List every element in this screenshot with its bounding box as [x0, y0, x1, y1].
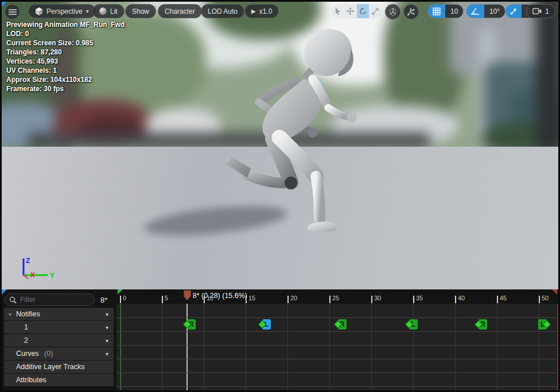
stat-line: Triangles: 87,280 — [6, 48, 125, 57]
ruler-tick — [539, 296, 540, 303]
grid-vline — [413, 304, 414, 390]
track-options-caret-icon[interactable]: ▾ — [106, 338, 108, 344]
grid-vline — [204, 304, 204, 390]
rotate-tool-button[interactable] — [357, 4, 370, 18]
playback-speed-button[interactable]: ▶ x1.0 — [244, 4, 279, 18]
playback-speed-label: x1.0 — [259, 7, 273, 15]
camera-speed-value: 1 — [545, 7, 549, 15]
track-count: (0) — [44, 350, 53, 358]
ruler-tick-label: 0 — [123, 295, 126, 301]
rotation-snap-value[interactable]: 10° — [484, 5, 505, 18]
grid-hline — [116, 345, 558, 346]
notify-marker-l[interactable]: L — [259, 319, 271, 330]
viewport-menu-button[interactable] — [5, 4, 20, 19]
track-list: 8* ▾Notifies▾▾1▾▾2▾▾Curves (0)▾▾Additive… — [2, 289, 115, 390]
track-row-curves[interactable]: ▾Curves (0)▾ — [4, 347, 114, 360]
translate-tool-button[interactable] — [344, 4, 357, 18]
track-row-additive-layer-tracks[interactable]: ▾Additive Layer Tracks — [4, 360, 114, 373]
stat-line: UV Channels: 1 — [6, 66, 125, 75]
character-menu-button[interactable]: Character — [158, 4, 202, 18]
ruler-tick-label: 30 — [374, 295, 381, 301]
timeline-panel: 8* ▾Notifies▾▾1▾▾2▾▾Curves (0)▾▾Additive… — [2, 289, 558, 390]
track-options-caret-icon[interactable]: ▾ — [106, 351, 108, 357]
track-options-caret-icon[interactable]: ▾ — [106, 324, 108, 331]
stat-line: Vertices: 45,993 — [6, 57, 125, 66]
ruler-tick — [371, 296, 372, 303]
preview-character[interactable] — [215, 24, 364, 239]
stat-line: Previewing Animation MF_Run_Fwd — [6, 20, 125, 29]
scale-tool-button[interactable] — [369, 4, 382, 18]
show-menu-button[interactable]: Show — [125, 4, 156, 18]
lod-label: LOD Auto — [208, 7, 238, 15]
notify-marker-r[interactable]: R — [184, 319, 196, 330]
ruler-tick-label: 40 — [458, 295, 465, 301]
scale-snap-toggle[interactable] — [505, 5, 522, 18]
grid-snap-control[interactable]: 10 — [427, 4, 464, 18]
track-row-2[interactable]: ▾2▾ — [4, 334, 114, 347]
axis-gizmo: Z Y X — [19, 256, 59, 279]
grid-vline — [539, 304, 539, 390]
grid-hline — [116, 373, 558, 373]
transform-tools-group — [332, 4, 382, 18]
grid-snap-toggle[interactable] — [428, 5, 445, 18]
grid-vline — [329, 304, 330, 390]
ruler-tick-label: 20 — [290, 295, 297, 301]
perspective-button[interactable]: Perspective ▾ — [28, 4, 96, 18]
grid-hline — [116, 317, 558, 318]
surface-snapping-button[interactable] — [403, 4, 419, 19]
track-row-attributes[interactable]: ▾Attributes — [4, 374, 114, 386]
notify-marker-l[interactable]: L — [406, 319, 418, 330]
ruler-tick-label: 35 — [416, 295, 423, 301]
grid-hline — [116, 331, 558, 332]
camera-speed-control[interactable]: 1 — [526, 4, 555, 18]
notify-marker-l[interactable]: L — [538, 319, 550, 330]
playhead-line[interactable] — [186, 304, 188, 390]
stat-line: LOD: 0 — [6, 29, 125, 38]
ruler-tick-label: 15 — [248, 295, 255, 301]
notify-marker-r[interactable]: R — [335, 319, 347, 330]
grid-vline — [120, 304, 120, 390]
lod-auto-button[interactable]: LOD Auto — [201, 4, 244, 18]
track-options-caret-icon[interactable]: ▾ — [106, 311, 108, 317]
timeline-area[interactable]: 05101520253035404550 RLRLRL 8* (0.28) (1… — [116, 289, 558, 390]
filter-input[interactable] — [20, 296, 83, 304]
track-row-1[interactable]: ▾1▾ — [4, 321, 114, 334]
track-label: Additive Layer Tracks — [16, 363, 85, 371]
grid-vline — [162, 304, 162, 390]
track-label: Attributes — [16, 376, 46, 384]
ruler-tick — [455, 296, 456, 303]
track-row-notifies[interactable]: ▾Notifies▾ — [4, 308, 114, 320]
select-tool-button[interactable] — [332, 4, 344, 18]
ruler-tick — [162, 296, 163, 303]
grid-snap-value[interactable]: 10 — [445, 5, 463, 18]
filter-search-box[interactable] — [4, 293, 95, 306]
show-label: Show — [132, 7, 149, 15]
rotation-snap-toggle[interactable] — [466, 5, 484, 18]
perspective-label: Perspective — [46, 7, 83, 15]
end-frame-line — [557, 304, 558, 390]
grid-vline — [371, 304, 372, 390]
expander-caret-icon[interactable]: ▾ — [9, 311, 11, 317]
preview-viewport[interactable]: Previewing Animation MF_Run_FwdLOD: 0Cur… — [2, 2, 558, 289]
stat-line: Framerate: 30 fps — [6, 84, 125, 93]
viewport-toolbar: Perspective ▾ Lit Show Character LOD Aut… — [2, 2, 558, 21]
track-label: Curves — [16, 350, 39, 358]
stat-line: Approx Size: 104x110x182 — [6, 75, 125, 84]
diagonal-arrow-icon — [510, 8, 517, 15]
rotation-snap-control[interactable]: 10° — [466, 4, 505, 18]
stat-line: Current Screen Size: 0.985 — [6, 38, 125, 48]
track-label: Notifies — [16, 310, 40, 318]
gimbal-axes-icon — [388, 7, 398, 17]
lit-label: Lit — [110, 7, 118, 15]
grid-vline — [497, 304, 497, 390]
timeline-ruler[interactable]: 05101520253035404550 — [116, 289, 558, 304]
coordinate-space-button[interactable] — [385, 4, 400, 19]
track-label: 2 — [24, 336, 28, 344]
track-label: 1 — [24, 323, 28, 331]
cube-icon — [35, 7, 43, 15]
notify-tracks-area[interactable]: RLRLRL — [116, 304, 558, 390]
move-icon — [347, 7, 354, 15]
notify-marker-r[interactable]: R — [476, 319, 487, 330]
lit-mode-button[interactable]: Lit — [92, 4, 125, 18]
snap-arrows-icon — [407, 7, 415, 16]
